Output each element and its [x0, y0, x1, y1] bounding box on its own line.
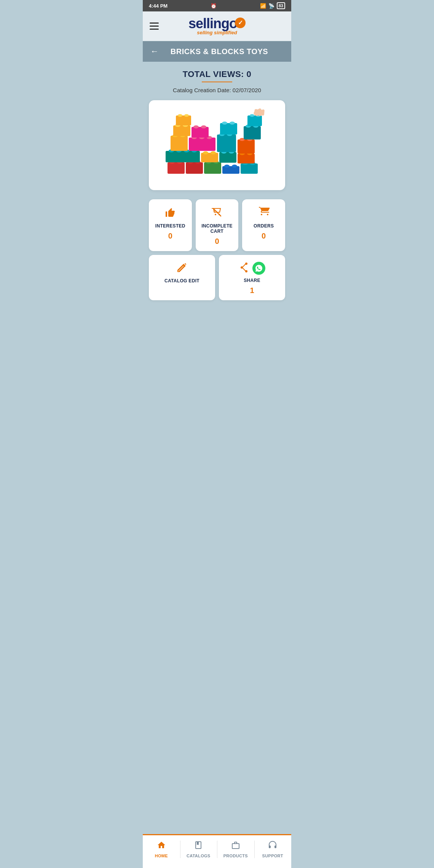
svg-point-56 [184, 114, 189, 117]
logo-tagline: selling simplified [197, 30, 237, 35]
incomplete-cart-card[interactable]: INCOMPLETE CART 0 [196, 199, 239, 251]
nav-catalogs-label: CATALOGS [187, 854, 211, 858]
svg-rect-48 [220, 123, 237, 135]
incomplete-cart-label: INCOMPLETE CART [199, 223, 235, 234]
catalogs-icon [194, 841, 203, 852]
action-cards-row2: CATALOG EDIT [149, 255, 285, 300]
svg-rect-26 [238, 154, 255, 163]
svg-rect-57 [247, 115, 262, 126]
logo: sellingо✓ selling simplified [188, 17, 246, 35]
battery-icon: 83 [277, 2, 285, 9]
svg-point-21 [203, 151, 208, 154]
cart-icon [258, 206, 270, 220]
support-icon [268, 841, 277, 852]
nav-home-label: HOME [155, 854, 168, 858]
nav-home[interactable]: HOME [143, 838, 180, 860]
svg-point-46 [193, 125, 199, 128]
signal-icon: 📶 [260, 3, 266, 9]
back-button[interactable]: ← [150, 46, 159, 56]
svg-rect-54 [176, 115, 191, 125]
nav-support[interactable]: SUPPORT [254, 838, 292, 860]
home-icon [157, 841, 166, 852]
svg-point-64 [215, 214, 216, 215]
svg-rect-42 [173, 125, 190, 136]
whatsapp-icon [252, 262, 265, 275]
logo-checkmark: ✓ [235, 18, 246, 28]
nav-products[interactable]: PRODUCTS [217, 838, 254, 860]
interested-count: 0 [168, 232, 172, 240]
pencil-icon [176, 262, 188, 275]
incomplete-cart-count: 0 [215, 237, 219, 246]
svg-rect-12 [241, 163, 258, 174]
page-nav: ← BRICKS & BLOCKS TOYS [143, 41, 291, 62]
catalog-edit-card[interactable]: CATALOG EDIT [149, 255, 215, 300]
svg-point-47 [201, 125, 206, 128]
svg-rect-45 [191, 127, 209, 138]
share-card[interactable]: SHARE 1 [219, 255, 285, 300]
page-title: BRICKS & BLOCKS TOYS [164, 47, 284, 56]
creation-date: Catalog Creation Date: 02/07/2020 [149, 87, 285, 93]
svg-point-22 [211, 151, 216, 154]
nav-catalogs[interactable]: CATALOGS [180, 838, 217, 860]
share-label: SHARE [244, 278, 260, 283]
orders-label: ORDERS [254, 223, 274, 229]
svg-rect-3 [186, 162, 203, 174]
svg-rect-15 [166, 151, 200, 162]
interested-card[interactable]: INTERESTED 0 [149, 199, 192, 251]
svg-point-55 [178, 114, 182, 117]
orders-card[interactable]: ORDERS 0 [242, 199, 285, 251]
app-header: sellingо✓ selling simplified [143, 11, 291, 41]
action-cards-row1: INTERESTED 0 INCOMPLETE CART 0 [149, 199, 285, 251]
thumbs-up-icon [164, 206, 176, 220]
menu-button[interactable] [150, 22, 159, 30]
svg-point-58 [250, 114, 254, 117]
orange-divider [202, 82, 232, 82]
svg-rect-36 [217, 135, 236, 152]
svg-line-71 [243, 268, 245, 271]
nav-support-label: SUPPORT [262, 854, 283, 858]
svg-rect-29 [171, 136, 188, 151]
products-icon [231, 841, 240, 852]
orders-count: 0 [262, 232, 266, 240]
status-bar: 4:44 PM ⏰ 📶 📡 83 [143, 0, 291, 11]
lego-blocks-image [164, 107, 270, 183]
svg-point-50 [230, 122, 235, 125]
svg-rect-20 [201, 153, 218, 162]
share-count: 1 [250, 286, 254, 295]
share-icon [239, 262, 249, 275]
svg-rect-6 [204, 162, 221, 174]
status-time: 4:44 PM [149, 3, 168, 9]
catalog-edit-label: CATALOG EDIT [164, 278, 199, 283]
svg-point-10 [224, 165, 230, 168]
nav-products-label: PRODUCTS [223, 854, 248, 858]
svg-line-70 [243, 264, 245, 267]
main-content: TOTAL VIEWS: 0 Catalog Creation Date: 02… [143, 62, 291, 352]
product-image-card [149, 100, 285, 190]
svg-point-49 [222, 122, 227, 125]
svg-point-11 [232, 165, 237, 168]
svg-rect-23 [219, 152, 236, 163]
bottom-nav: HOME CATALOGS PRODUCTS SUPPORT [143, 834, 291, 868]
svg-rect-39 [238, 139, 255, 154]
svg-rect-51 [244, 126, 261, 139]
interested-label: INTERESTED [155, 223, 185, 229]
wifi-icon: 📡 [268, 3, 274, 9]
svg-rect-0 [168, 162, 185, 174]
total-views-label: TOTAL VIEWS: 0 [149, 69, 285, 79]
clock-icon: ⏰ [211, 3, 217, 9]
product-image [156, 107, 278, 183]
svg-rect-9 [222, 166, 239, 174]
svg-rect-32 [189, 138, 215, 151]
share-icons-container [239, 262, 265, 275]
logo-text: sellingо✓ [188, 17, 246, 30]
incomplete-cart-icon [211, 206, 223, 220]
